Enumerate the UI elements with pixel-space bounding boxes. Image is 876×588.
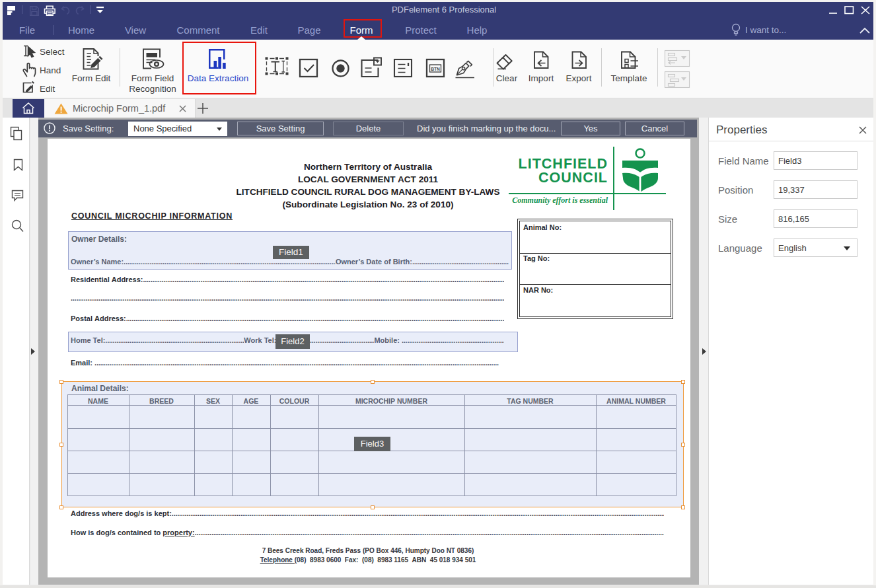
svg-text:BTN: BTN <box>431 67 440 71</box>
